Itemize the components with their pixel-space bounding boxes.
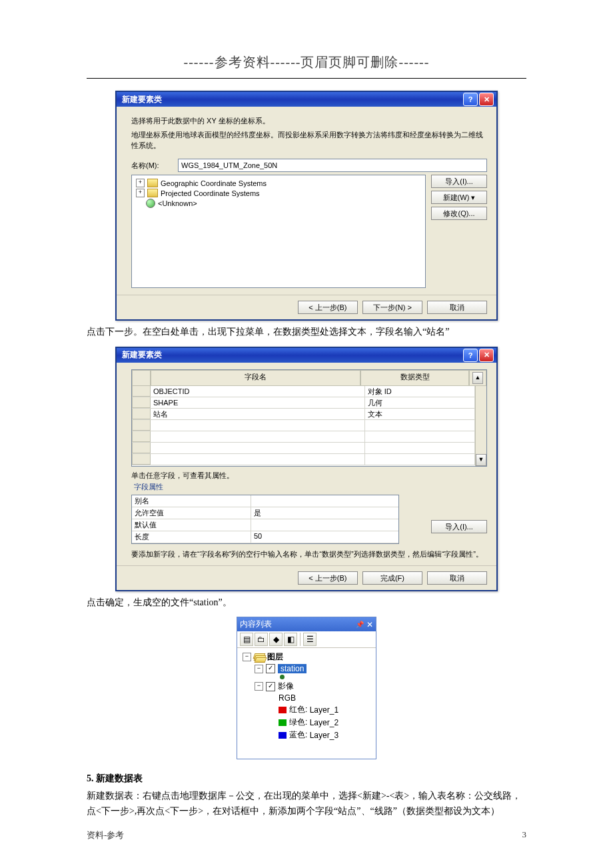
col-data-type: 数据类型 xyxy=(360,370,469,386)
page-header: ------参考资料------页眉页脚可删除------ xyxy=(87,53,526,71)
point-symbol-icon xyxy=(280,675,285,679)
field-properties[interactable]: 别名 允许空值是 默认值 长度50 xyxy=(131,495,399,544)
table-row[interactable] xyxy=(132,454,475,465)
cancel-button[interactable]: 取消 xyxy=(427,571,487,585)
tree-item-unknown[interactable]: <Unknown> xyxy=(136,198,421,209)
table-row[interactable] xyxy=(132,443,475,454)
folder-icon xyxy=(147,189,158,197)
layers-label: 图层 xyxy=(267,651,283,663)
help-button[interactable]: ? xyxy=(463,93,478,106)
list-by-drawing-icon[interactable]: ▤ xyxy=(240,633,253,646)
table-row[interactable] xyxy=(132,420,475,431)
import-fields-button[interactable]: 导入(I)... xyxy=(431,520,487,533)
blue-swatch-icon xyxy=(279,732,287,739)
dialog-coordinate-system: 新建要素类 ? ✕ 选择将用于此数据中的 XY 坐标的坐标系。 地理坐标系使用地… xyxy=(115,91,498,321)
band-blue[interactable]: 蓝色: Layer_3 xyxy=(243,729,370,741)
red-swatch-icon xyxy=(279,707,287,713)
prop-alias-value[interactable] xyxy=(251,495,398,507)
name-input[interactable] xyxy=(178,159,487,172)
toc-title-text: 内容列表 xyxy=(240,619,272,630)
prop-length-value[interactable]: 50 xyxy=(251,531,398,543)
toc-panel: 内容列表 📌 ✕ ▤ 🗀 ◆ ◧ ☰ − 图层 − ✓ station xyxy=(237,617,376,759)
finish-button[interactable]: 完成(F) xyxy=(362,571,422,585)
table-row[interactable] xyxy=(132,431,475,443)
layer-image[interactable]: − ✓ 影像 xyxy=(243,680,370,693)
prop-null-label: 允许空值 xyxy=(132,507,251,519)
layer-station[interactable]: − ✓ station xyxy=(243,663,370,674)
toc-toolbar: ▤ 🗀 ◆ ◧ ☰ xyxy=(237,631,376,648)
tree-label: Geographic Coordinate Systems xyxy=(161,179,267,187)
footer-left: 资料-参考 xyxy=(87,829,124,841)
import-button[interactable]: 导入(I)... xyxy=(431,175,487,188)
name-label: 名称(M): xyxy=(131,161,178,171)
tree-item-geographic[interactable]: + Geographic Coordinate Systems xyxy=(136,178,421,188)
dialog1-titlebar[interactable]: 新建要素类 ? ✕ xyxy=(117,92,496,107)
layers-root[interactable]: − 图层 xyxy=(243,651,370,663)
next-button[interactable]: 下一步(N) > xyxy=(362,301,422,314)
close-icon[interactable]: ✕ xyxy=(366,620,373,629)
folder-icon xyxy=(147,179,158,187)
modify-button[interactable]: 修改(Q)... xyxy=(431,207,487,220)
prop-alias-label: 别名 xyxy=(132,495,251,507)
table-row[interactable]: 站名文本 xyxy=(132,409,475,420)
station-symbol[interactable] xyxy=(243,674,370,680)
band-red[interactable]: 红色: Layer_1 xyxy=(243,703,370,716)
paragraph-2: 点击确定，生成空的文件“station”。 xyxy=(87,595,526,610)
list-by-selection-icon[interactable]: ◧ xyxy=(284,633,297,646)
cancel-button[interactable]: 取消 xyxy=(427,301,487,314)
layer-name: station xyxy=(278,664,306,673)
table-row[interactable]: OBJECTID对象 ID xyxy=(132,386,475,397)
close-button[interactable]: ✕ xyxy=(479,93,494,106)
paragraph-1: 点击下一步。在空白处单击，出现下拉菜单，在数据类型处选择文本，字段名输入“站名” xyxy=(87,325,526,339)
checkbox-icon[interactable]: ✓ xyxy=(266,664,275,673)
checkbox-icon[interactable]: ✓ xyxy=(266,682,275,691)
close-button[interactable]: ✕ xyxy=(479,349,494,362)
help-button[interactable]: ? xyxy=(463,349,478,362)
collapse-icon[interactable]: − xyxy=(255,665,263,673)
collapse-icon[interactable]: − xyxy=(243,653,251,661)
scroll-down-icon[interactable]: ▼ xyxy=(476,454,486,466)
rgb-label: RGB xyxy=(243,693,370,703)
coordinate-tree[interactable]: + Geographic Coordinate Systems + Projec… xyxy=(131,175,426,288)
band-green[interactable]: 绿色: Layer_2 xyxy=(243,716,370,729)
tree-label: <Unknown> xyxy=(158,199,197,207)
dialog2-titlebar[interactable]: 新建要素类 ? ✕ xyxy=(117,348,496,363)
section5-body: 新建数据表：右键点击地理数据库－公交，在出现的菜单中，选择<新建>-<表>，输入… xyxy=(87,789,526,819)
prev-button[interactable]: < 上一步(B) xyxy=(298,301,358,314)
collapse-icon[interactable]: − xyxy=(255,682,263,691)
page-number: 3 xyxy=(522,829,527,841)
field-props-group: 字段属性 xyxy=(134,482,487,492)
grid-hint: 单击任意字段，可查看其属性。 xyxy=(131,471,487,481)
prop-length-label: 长度 xyxy=(132,531,251,543)
green-swatch-icon xyxy=(279,719,287,726)
row-header xyxy=(132,370,151,386)
dialog1-desc2: 地理坐标系使用地球表面模型的经纬度坐标。而投影坐标系采用数字转换方法将纬度和经度… xyxy=(131,130,487,151)
prev-button[interactable]: < 上一步(B) xyxy=(298,571,358,585)
col-field-name: 字段名 xyxy=(151,370,360,386)
new-button[interactable]: 新建(W) ▾ xyxy=(431,191,487,204)
dialog1-desc1: 选择将用于此数据中的 XY 坐标的坐标系。 xyxy=(131,116,487,126)
options-icon[interactable]: ☰ xyxy=(303,633,316,646)
table-row[interactable]: SHAPE几何 xyxy=(132,397,475,409)
add-field-hint: 要添加新字段，请在“字段名称”列的空行中输入名称，单击“数据类型”列选择数据类型… xyxy=(131,549,487,559)
prop-default-label: 默认值 xyxy=(132,519,251,531)
fields-grid[interactable]: 字段名 数据类型 ▲ OBJECTID对象 ID SHAPE几何 站名文本 ▼ xyxy=(131,369,487,467)
globe-icon xyxy=(146,199,155,208)
list-by-source-icon[interactable]: 🗀 xyxy=(255,633,268,646)
dialog2-title: 新建要素类 xyxy=(122,349,162,361)
tree-label: Projected Coordinate Systems xyxy=(161,189,260,197)
expand-icon[interactable]: + xyxy=(136,189,145,197)
dialog1-title: 新建要素类 xyxy=(122,94,162,105)
toc-title[interactable]: 内容列表 📌 ✕ xyxy=(237,617,376,631)
scroll-up-icon[interactable]: ▲ xyxy=(472,372,483,384)
prop-null-value[interactable]: 是 xyxy=(251,507,398,519)
pin-icon[interactable]: 📌 xyxy=(356,621,364,628)
list-by-visibility-icon[interactable]: ◆ xyxy=(269,633,283,646)
section5-heading: 5. 新建数据表 xyxy=(87,773,526,785)
prop-default-value[interactable] xyxy=(251,519,398,531)
expand-icon[interactable]: + xyxy=(136,179,145,187)
layers-icon xyxy=(254,653,265,661)
tree-item-projected[interactable]: + Projected Coordinate Systems xyxy=(136,188,421,198)
layer-name: 影像 xyxy=(278,681,294,692)
header-rule xyxy=(87,78,526,79)
